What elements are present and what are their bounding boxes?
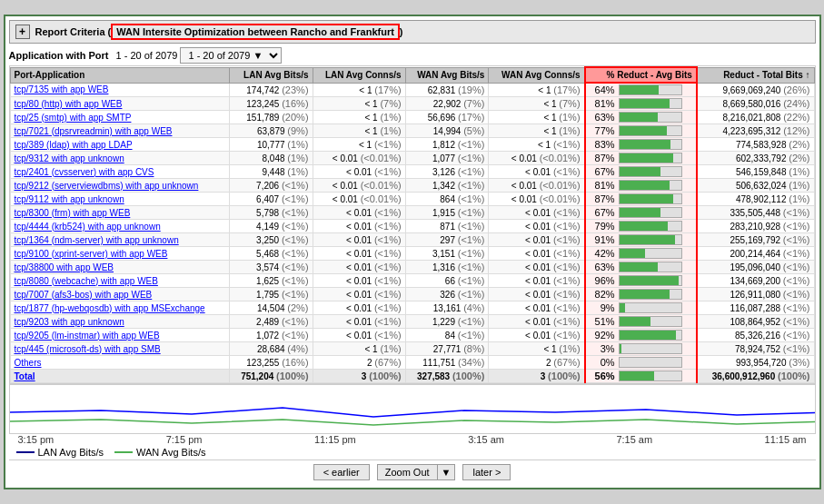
cell-reduct-avg: 9%: [585, 301, 697, 315]
cell-lan-bits: 14,504 (2%): [229, 301, 313, 315]
cell-wan-conns: < 0.01 (<1%): [489, 329, 585, 342]
cell-lan-conns: < 0.01 (<0.01%): [313, 152, 405, 165]
col-header-port-app[interactable]: Port-Application: [10, 67, 229, 83]
report-title-prefix: Report Criteria (: [35, 26, 112, 37]
cell-name[interactable]: tcp/1364 (ndm-server) with app unknown: [10, 233, 229, 247]
cell-name[interactable]: tcp/7135 with app WEB: [10, 83, 229, 97]
cell-total-bits: 546,159,848 (1%): [697, 165, 814, 179]
data-table-container: Port-Application LAN Avg Bits/s LAN Avg …: [9, 65, 816, 384]
cell-reduct-avg: 83%: [585, 138, 697, 152]
chart-time-2: 7:15 pm: [166, 434, 203, 445]
table-row: tcp/8080 (webcache) with app WEB 1,625 (…: [10, 274, 814, 288]
cell-lan-bits: 6,407 (<1%): [229, 193, 313, 206]
cell-lan-conns: < 1 (1%): [313, 124, 405, 138]
cell-name[interactable]: tcp/80 (http) with app WEB: [10, 97, 229, 111]
cell-wan-conns: < 0.01 (<1%): [489, 247, 585, 261]
cell-lan-conns: < 0.01 (<1%): [313, 247, 405, 261]
cell-name[interactable]: Total: [10, 370, 229, 383]
cell-name[interactable]: tcp/7021 (dpsrvreadmin) with app WEB: [10, 124, 229, 138]
cell-total-bits: 602,333,792 (2%): [697, 152, 814, 165]
table-row: tcp/389 (ldap) with app LDAP 10,777 (1%)…: [10, 138, 814, 152]
cell-lan-conns: < 1 (<1%): [313, 138, 405, 152]
cell-wan-conns: < 0.01 (<0.01%): [489, 193, 585, 206]
cell-name[interactable]: tcp/9312 with app unknown: [10, 152, 229, 165]
cell-wan-bits: 3,126 (<1%): [405, 165, 489, 179]
cell-wan-bits: 327,583 (100%): [405, 370, 489, 383]
cell-reduct-avg: 56%: [585, 370, 697, 383]
cell-name[interactable]: tcp/9212 (serverviewdbms) with app unkno…: [10, 179, 229, 193]
earlier-button[interactable]: < earlier: [313, 464, 370, 480]
cell-lan-bits: 174,742 (23%): [229, 83, 313, 97]
col-header-reduct-total[interactable]: Reduct - Total Bits ↑: [697, 67, 814, 83]
cell-lan-bits: 3,250 (<1%): [229, 233, 313, 247]
cell-wan-bits: 326 (<1%): [405, 288, 489, 301]
cell-wan-conns: < 0.01 (<1%): [489, 301, 585, 315]
cell-total-bits: 78,924,752 (<1%): [697, 342, 814, 356]
cell-name[interactable]: tcp/4444 (krb524) with app unknown: [10, 220, 229, 233]
cell-lan-bits: 63,879 (9%): [229, 124, 313, 138]
col-header-lan-conns[interactable]: LAN Avg Conns/s: [313, 67, 405, 83]
cell-total-bits: 478,902,112 (1%): [697, 193, 814, 206]
cell-name[interactable]: tcp/25 (smtp) with app SMTP: [10, 111, 229, 124]
expand-button[interactable]: +: [15, 25, 30, 39]
cell-name[interactable]: tcp/2401 (cvsserver) with app CVS: [10, 165, 229, 179]
cell-name[interactable]: tcp/1877 (hp-webqosdb) with app MSExchan…: [10, 301, 229, 315]
cell-lan-bits: 28,684 (4%): [229, 342, 313, 356]
cell-total-bits: 200,214,464 (<1%): [697, 247, 814, 261]
legend-wan-line: [114, 451, 133, 453]
col-header-wan-bits[interactable]: WAN Avg Bits/s: [405, 67, 489, 83]
cell-total-bits: 116,087,288 (<1%): [697, 301, 814, 315]
table-row: tcp/80 (http) with app WEB 123,245 (16%)…: [10, 97, 814, 111]
table-header-row: Port-Application LAN Avg Bits/s LAN Avg …: [10, 67, 814, 83]
cell-total-bits: 993,954,720 (3%): [697, 356, 814, 370]
cell-lan-conns: < 0.01 (<1%): [313, 165, 405, 179]
col-header-reduct-avg[interactable]: % Reduct - Avg Bits: [585, 67, 697, 83]
cell-total-bits: 85,326,216 (<1%): [697, 329, 814, 342]
col-header-wan-conns[interactable]: WAN Avg Conns/s: [489, 67, 585, 83]
cell-name[interactable]: tcp/9205 (lm-instmar) with app WEB: [10, 329, 229, 342]
later-button[interactable]: later >: [462, 464, 511, 480]
legend-wan-label: WAN Avg Bits/s: [136, 447, 205, 458]
cell-reduct-avg: 82%: [585, 288, 697, 301]
cell-lan-conns: 2 (67%): [313, 356, 405, 370]
cell-lan-conns: < 0.01 (<1%): [313, 301, 405, 315]
cell-total-bits: 255,169,792 (<1%): [697, 233, 814, 247]
cell-name[interactable]: tcp/9100 (xprint-server) with app WEB: [10, 247, 229, 261]
cell-reduct-avg: 0%: [585, 356, 697, 370]
cell-name[interactable]: tcp/7007 (afs3-bos) with app WEB: [10, 288, 229, 301]
app-range-dropdown[interactable]: 1 - 20 of 2079 ▼: [180, 47, 282, 64]
col-header-lan-bits[interactable]: LAN Avg Bits/s: [229, 67, 313, 83]
cell-name[interactable]: tcp/8300 (frm) with app WEB: [10, 206, 229, 220]
cell-wan-bits: 871 (<1%): [405, 220, 489, 233]
table-row: tcp/38800 with app WEB 3,574 (<1%) < 0.0…: [10, 261, 814, 274]
cell-name[interactable]: tcp/9203 with app unknown: [10, 315, 229, 329]
cell-reduct-avg: 96%: [585, 274, 697, 288]
cell-lan-conns: 3 (100%): [313, 370, 405, 383]
cell-reduct-avg: 67%: [585, 165, 697, 179]
zoom-dropdown-arrow[interactable]: ▼: [437, 464, 456, 480]
cell-wan-conns: < 0.01 (<1%): [489, 288, 585, 301]
cell-reduct-avg: 79%: [585, 220, 697, 233]
cell-name[interactable]: Others: [10, 356, 229, 370]
chart-time-5: 7:15 am: [616, 434, 652, 445]
cell-wan-conns: < 0.01 (<1%): [489, 165, 585, 179]
table-row: tcp/7021 (dpsrvreadmin) with app WEB 63,…: [10, 124, 814, 138]
cell-wan-conns: < 1 (1%): [489, 111, 585, 124]
cell-wan-conns: < 1 (1%): [489, 342, 585, 356]
cell-lan-conns: < 1 (17%): [313, 83, 405, 97]
cell-lan-bits: 123,245 (16%): [229, 97, 313, 111]
cell-name[interactable]: tcp/9112 with app unknown: [10, 193, 229, 206]
cell-lan-bits: 1,072 (<1%): [229, 329, 313, 342]
zoom-out-button[interactable]: Zoom Out: [377, 464, 437, 480]
chart-time-4: 3:15 am: [468, 434, 504, 445]
cell-wan-bits: 1,229 (<1%): [405, 315, 489, 329]
main-container: + Report Criteria ( WAN Intersite Optimi…: [4, 15, 821, 489]
cell-reduct-avg: 87%: [585, 152, 697, 165]
cell-name[interactable]: tcp/445 (microsoft-ds) with app SMB: [10, 342, 229, 356]
cell-lan-bits: 9,448 (1%): [229, 165, 313, 179]
cell-lan-bits: 1,795 (<1%): [229, 288, 313, 301]
cell-name[interactable]: tcp/38800 with app WEB: [10, 261, 229, 274]
cell-name[interactable]: tcp/389 (ldap) with app LDAP: [10, 138, 229, 152]
cell-name[interactable]: tcp/8080 (webcache) with app WEB: [10, 274, 229, 288]
cell-lan-bits: 7,206 (<1%): [229, 179, 313, 193]
